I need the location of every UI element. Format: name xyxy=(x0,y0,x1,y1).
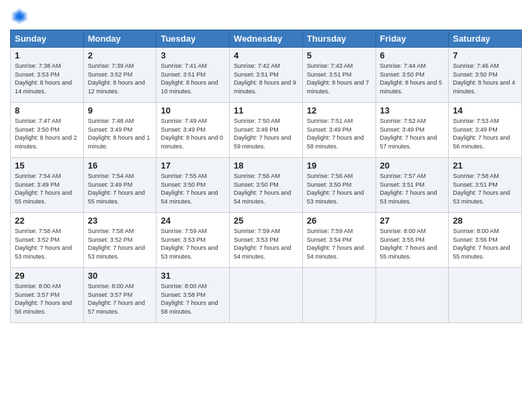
day-cell: 8Sunrise: 7:47 AMSunset: 3:50 PMDaylight… xyxy=(11,103,84,158)
day-number: 21 xyxy=(453,161,517,171)
day-info: Sunrise: 8:00 AMSunset: 3:56 PMDaylight:… xyxy=(453,227,517,261)
day-number: 14 xyxy=(453,105,517,116)
day-cell: 21Sunrise: 7:58 AMSunset: 3:51 PMDayligh… xyxy=(449,158,522,213)
day-info: Sunrise: 7:59 AMSunset: 3:53 PMDaylight:… xyxy=(234,227,298,261)
day-cell: 14Sunrise: 7:53 AMSunset: 3:49 PMDayligh… xyxy=(449,103,522,158)
day-cell: 12Sunrise: 7:51 AMSunset: 3:49 PMDayligh… xyxy=(302,103,375,158)
week-row-5: 29Sunrise: 8:00 AMSunset: 3:57 PMDayligh… xyxy=(11,268,522,323)
day-info: Sunrise: 7:39 AMSunset: 3:52 PMDaylight:… xyxy=(88,62,152,95)
day-number: 7 xyxy=(453,50,517,60)
day-cell: 26Sunrise: 7:59 AMSunset: 3:54 PMDayligh… xyxy=(302,213,375,268)
day-info: Sunrise: 7:42 AMSunset: 3:51 PMDaylight:… xyxy=(234,62,298,95)
day-info: Sunrise: 7:48 AMSunset: 3:49 PMDaylight:… xyxy=(88,117,152,150)
day-cell: 27Sunrise: 8:00 AMSunset: 3:55 PMDayligh… xyxy=(375,213,449,268)
day-info: Sunrise: 7:58 AMSunset: 3:52 PMDaylight:… xyxy=(88,227,152,261)
day-number: 25 xyxy=(234,216,298,226)
day-number: 23 xyxy=(88,216,152,226)
header xyxy=(10,7,522,26)
day-cell: 16Sunrise: 7:54 AMSunset: 3:49 PMDayligh… xyxy=(83,158,157,213)
day-number: 17 xyxy=(161,161,225,171)
day-info: Sunrise: 7:55 AMSunset: 3:50 PMDaylight:… xyxy=(161,172,225,205)
day-cell: 6Sunrise: 7:44 AMSunset: 3:50 PMDaylight… xyxy=(375,48,449,103)
day-cell: 29Sunrise: 8:00 AMSunset: 3:57 PMDayligh… xyxy=(11,268,84,323)
day-number: 1 xyxy=(15,50,79,60)
day-cell: 24Sunrise: 7:59 AMSunset: 3:53 PMDayligh… xyxy=(157,213,230,268)
header-cell-thursday: Thursday xyxy=(302,30,375,48)
day-info: Sunrise: 8:00 AMSunset: 3:55 PMDaylight:… xyxy=(380,227,445,261)
day-number: 5 xyxy=(307,50,371,60)
day-info: Sunrise: 8:00 AMSunset: 3:57 PMDaylight:… xyxy=(88,282,152,316)
day-number: 16 xyxy=(88,161,152,171)
day-number: 12 xyxy=(307,105,371,116)
day-cell: 18Sunrise: 7:56 AMSunset: 3:50 PMDayligh… xyxy=(230,158,303,213)
day-cell xyxy=(375,268,449,323)
day-number: 26 xyxy=(307,216,371,226)
day-number: 30 xyxy=(88,271,152,281)
header-cell-sunday: Sunday xyxy=(11,30,84,48)
day-info: Sunrise: 7:50 AMSunset: 3:49 PMDaylight:… xyxy=(234,117,298,150)
day-cell: 7Sunrise: 7:46 AMSunset: 3:50 PMDaylight… xyxy=(449,48,522,103)
day-number: 31 xyxy=(161,271,225,281)
day-cell: 28Sunrise: 8:00 AMSunset: 3:56 PMDayligh… xyxy=(449,213,522,268)
day-cell: 11Sunrise: 7:50 AMSunset: 3:49 PMDayligh… xyxy=(230,103,303,158)
day-cell: 31Sunrise: 8:00 AMSunset: 3:58 PMDayligh… xyxy=(157,268,230,323)
day-number: 9 xyxy=(88,105,152,116)
day-info: Sunrise: 7:57 AMSunset: 3:51 PMDaylight:… xyxy=(380,172,445,205)
day-info: Sunrise: 8:00 AMSunset: 3:58 PMDaylight:… xyxy=(161,282,225,316)
week-row-2: 8Sunrise: 7:47 AMSunset: 3:50 PMDaylight… xyxy=(11,103,522,158)
day-number: 11 xyxy=(234,105,298,116)
day-cell: 1Sunrise: 7:38 AMSunset: 3:53 PMDaylight… xyxy=(11,48,84,103)
day-info: Sunrise: 7:46 AMSunset: 3:50 PMDaylight:… xyxy=(453,62,517,95)
header-cell-friday: Friday xyxy=(375,30,449,48)
day-info: Sunrise: 7:56 AMSunset: 3:50 PMDaylight:… xyxy=(234,172,298,205)
day-info: Sunrise: 7:59 AMSunset: 3:53 PMDaylight:… xyxy=(161,227,225,261)
day-cell: 23Sunrise: 7:58 AMSunset: 3:52 PMDayligh… xyxy=(83,213,157,268)
day-cell: 13Sunrise: 7:52 AMSunset: 3:49 PMDayligh… xyxy=(375,103,449,158)
day-cell: 20Sunrise: 7:57 AMSunset: 3:51 PMDayligh… xyxy=(375,158,449,213)
day-number: 4 xyxy=(234,50,298,60)
day-number: 6 xyxy=(380,50,445,60)
day-number: 15 xyxy=(15,161,79,171)
day-cell: 5Sunrise: 7:43 AMSunset: 3:51 PMDaylight… xyxy=(302,48,375,103)
day-info: Sunrise: 7:38 AMSunset: 3:53 PMDaylight:… xyxy=(15,62,79,95)
day-number: 24 xyxy=(161,216,225,226)
day-cell: 9Sunrise: 7:48 AMSunset: 3:49 PMDaylight… xyxy=(83,103,157,158)
logo xyxy=(10,7,32,26)
day-number: 3 xyxy=(161,50,225,60)
day-number: 27 xyxy=(380,216,445,226)
day-cell: 25Sunrise: 7:59 AMSunset: 3:53 PMDayligh… xyxy=(230,213,303,268)
day-info: Sunrise: 7:58 AMSunset: 3:52 PMDaylight:… xyxy=(15,227,79,261)
day-cell: 30Sunrise: 8:00 AMSunset: 3:57 PMDayligh… xyxy=(83,268,157,323)
day-info: Sunrise: 7:54 AMSunset: 3:49 PMDaylight:… xyxy=(88,172,152,205)
day-number: 22 xyxy=(15,216,79,226)
day-cell: 3Sunrise: 7:41 AMSunset: 3:51 PMDaylight… xyxy=(157,48,230,103)
day-cell: 22Sunrise: 7:58 AMSunset: 3:52 PMDayligh… xyxy=(11,213,84,268)
header-cell-wednesday: Wednesday xyxy=(230,30,303,48)
day-cell: 19Sunrise: 7:56 AMSunset: 3:50 PMDayligh… xyxy=(302,158,375,213)
day-cell: 17Sunrise: 7:55 AMSunset: 3:50 PMDayligh… xyxy=(157,158,230,213)
day-number: 2 xyxy=(88,50,152,60)
day-info: Sunrise: 7:43 AMSunset: 3:51 PMDaylight:… xyxy=(307,62,371,95)
day-number: 13 xyxy=(380,105,445,116)
day-info: Sunrise: 7:54 AMSunset: 3:49 PMDaylight:… xyxy=(15,172,79,205)
week-row-4: 22Sunrise: 7:58 AMSunset: 3:52 PMDayligh… xyxy=(11,213,522,268)
day-number: 28 xyxy=(453,216,517,226)
day-info: Sunrise: 7:44 AMSunset: 3:50 PMDaylight:… xyxy=(380,62,445,95)
day-info: Sunrise: 7:56 AMSunset: 3:50 PMDaylight:… xyxy=(307,172,371,205)
day-info: Sunrise: 7:52 AMSunset: 3:49 PMDaylight:… xyxy=(380,117,445,150)
day-info: Sunrise: 7:59 AMSunset: 3:54 PMDaylight:… xyxy=(307,227,371,261)
page: SundayMondayTuesdayWednesdayThursdayFrid… xyxy=(0,0,532,411)
day-info: Sunrise: 8:00 AMSunset: 3:57 PMDaylight:… xyxy=(15,282,79,316)
day-info: Sunrise: 7:49 AMSunset: 3:49 PMDaylight:… xyxy=(161,117,225,150)
header-row: SundayMondayTuesdayWednesdayThursdayFrid… xyxy=(11,30,522,48)
day-info: Sunrise: 7:47 AMSunset: 3:50 PMDaylight:… xyxy=(15,117,79,150)
day-cell xyxy=(230,268,303,323)
header-cell-monday: Monday xyxy=(83,30,157,48)
day-cell xyxy=(302,268,375,323)
day-number: 20 xyxy=(380,161,445,171)
header-cell-tuesday: Tuesday xyxy=(157,30,230,48)
day-number: 8 xyxy=(15,105,79,116)
header-cell-saturday: Saturday xyxy=(449,30,522,48)
day-info: Sunrise: 7:53 AMSunset: 3:49 PMDaylight:… xyxy=(453,117,517,150)
day-cell: 10Sunrise: 7:49 AMSunset: 3:49 PMDayligh… xyxy=(157,103,230,158)
